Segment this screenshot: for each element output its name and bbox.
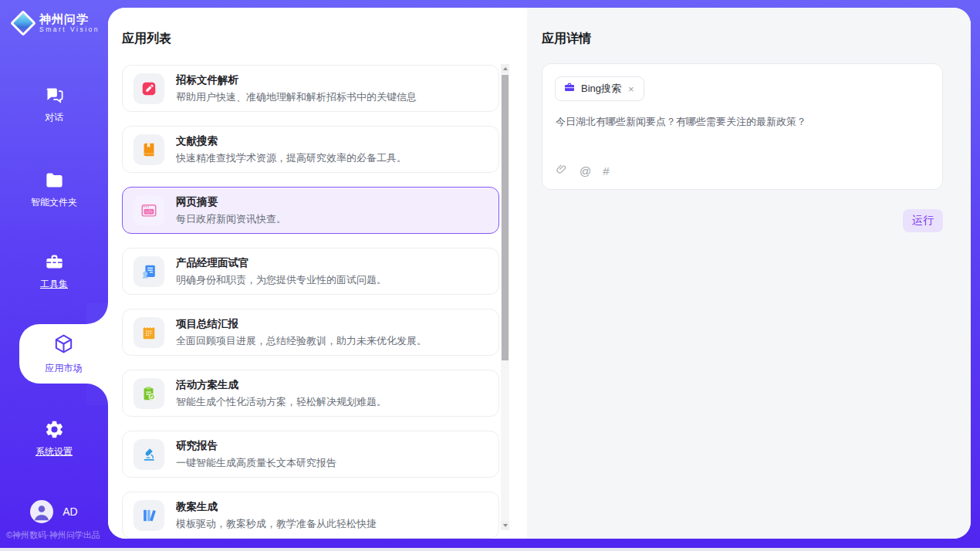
app-list-scrollbar[interactable] bbox=[501, 64, 509, 530]
run-button[interactable]: 运行 bbox=[903, 209, 943, 232]
at-icon[interactable]: @ bbox=[580, 164, 591, 177]
logo-diamond-icon bbox=[10, 10, 36, 36]
sidebar-item-toolset[interactable]: 工具集 bbox=[0, 252, 108, 291]
briefcase-icon bbox=[563, 81, 576, 96]
sidebar-footer-text: ©神州数码·神州问学出品 bbox=[6, 529, 108, 541]
app-name: 项目总结汇报 bbox=[176, 317, 427, 331]
app-description: 智能生成个性化活动方案，轻松解决规划难题。 bbox=[176, 395, 387, 409]
logo-title: 神州问学 bbox=[39, 12, 100, 25]
person-icon bbox=[30, 500, 53, 523]
app-card-project-summary[interactable]: 项目总结汇报 全面回顾项目进展，总结经验教训，助力未来优化发展。 bbox=[122, 309, 499, 356]
app-description: 帮助用户快速、准确地理解和解析招标书中的关键信息 bbox=[176, 90, 417, 104]
user-account[interactable]: AD bbox=[0, 500, 108, 523]
cube-icon bbox=[52, 333, 75, 358]
sidebar-item-label: 智能文件夹 bbox=[31, 196, 77, 209]
app-card-event-plan[interactable]: 活动方案生成 智能生成个性化活动方案，轻松解决规划难题。 bbox=[122, 370, 499, 417]
edit-square-icon bbox=[133, 73, 164, 104]
microscope-icon bbox=[133, 439, 164, 470]
app-logo: 神州问学 Smart Vision bbox=[14, 12, 100, 34]
gear-icon bbox=[44, 419, 65, 440]
toolbox-icon bbox=[44, 252, 65, 272]
app-detail-panel: 应用详情 Bing搜索 × 今日湖北有哪些新闻要点？有哪些需要关注的最新政策？ bbox=[527, 8, 971, 539]
app-name: 研究报告 bbox=[176, 439, 336, 453]
prompt-card: Bing搜索 × 今日湖北有哪些新闻要点？有哪些需要关注的最新政策？ @ # bbox=[542, 63, 943, 190]
book-icon bbox=[133, 134, 164, 165]
sidebar-item-smart-folder[interactable]: 智能文件夹 bbox=[0, 170, 108, 209]
app-list-title: 应用列表 bbox=[122, 31, 171, 47]
web-code-icon: </> bbox=[133, 195, 164, 226]
paperclip-icon[interactable] bbox=[556, 163, 568, 179]
avatar bbox=[30, 500, 53, 523]
app-cards: 招标文件解析 帮助用户快速、准确地理解和解析招标书中的关键信息 文献搜索 bbox=[122, 65, 499, 539]
app-name: 教案生成 bbox=[176, 500, 377, 514]
app-card-lesson-plan[interactable]: 教案生成 模板驱动，教案秒成，教学准备从此轻松快捷 bbox=[122, 492, 499, 539]
tool-chip-bing-search[interactable]: Bing搜索 × bbox=[555, 76, 644, 101]
app-name: 活动方案生成 bbox=[176, 378, 387, 392]
scroll-up-icon[interactable] bbox=[501, 64, 509, 73]
folder-icon bbox=[44, 170, 65, 191]
app-name: 文献搜索 bbox=[176, 134, 407, 148]
sidebar-item-app-market[interactable]: 应用市场 bbox=[19, 324, 108, 384]
app-name: 产品经理面试官 bbox=[176, 256, 387, 270]
app-card-bid-parse[interactable]: 招标文件解析 帮助用户快速、准确地理解和解析招标书中的关键信息 bbox=[122, 65, 499, 112]
app-name: 网页摘要 bbox=[176, 195, 286, 209]
clipboard-check-icon bbox=[133, 378, 164, 409]
composer-toolbar: @ # bbox=[556, 163, 610, 179]
app-description: 模板驱动，教案秒成，教学准备从此轻松快捷 bbox=[176, 517, 377, 531]
app-card-web-summary[interactable]: </> 网页摘要 每日政府新闻资讯快查。 bbox=[122, 187, 499, 234]
main-content: 应用列表 招标文件解析 帮助用户快速、准确地理解和解析招标书中的关键信息 bbox=[108, 8, 971, 539]
tool-chip-label: Bing搜索 bbox=[581, 82, 621, 96]
chat-icon bbox=[44, 85, 65, 106]
logo-subtitle: Smart Vision bbox=[39, 25, 100, 34]
app-description: 快速精准查找学术资源，提高研究效率的必备工具。 bbox=[176, 151, 407, 165]
interview-doc-icon bbox=[133, 256, 164, 287]
user-name: AD bbox=[63, 505, 77, 518]
sidebar-item-settings[interactable]: 系统设置 bbox=[0, 419, 108, 458]
app-card-literature-search[interactable]: 文献搜索 快速精准查找学术资源，提高研究效率的必备工具。 bbox=[122, 126, 499, 173]
svg-text:</>: </> bbox=[145, 209, 152, 214]
bubble-fillet-bottom bbox=[86, 384, 108, 405]
app-card-pm-interviewer[interactable]: 产品经理面试官 明确身份和职责，为您提供专业性的面试问题。 bbox=[122, 248, 499, 295]
sidebar-item-label: 工具集 bbox=[40, 278, 68, 291]
sidebar: 神州问学 Smart Vision 对话 智能文件夹 bbox=[0, 0, 108, 548]
query-text-input[interactable]: 今日湖北有哪些新闻要点？有哪些需要关注的最新政策？ bbox=[556, 115, 930, 129]
app-card-research-report[interactable]: 研究报告 一键智能生成高质量长文本研究报告 bbox=[122, 431, 499, 478]
bubble-fillet-top bbox=[86, 303, 108, 324]
sidebar-item-chat[interactable]: 对话 bbox=[0, 85, 108, 124]
app-detail-title: 应用详情 bbox=[542, 31, 591, 47]
sidebar-item-label: 系统设置 bbox=[35, 445, 73, 458]
app-description: 每日政府新闻资讯快查。 bbox=[176, 212, 286, 226]
notepad-icon bbox=[133, 317, 164, 348]
app-description: 明确身份和职责，为您提供专业性的面试问题。 bbox=[176, 273, 387, 287]
scroll-down-icon[interactable] bbox=[501, 521, 509, 530]
app-name: 招标文件解析 bbox=[176, 73, 417, 87]
app-window: 神州问学 Smart Vision 对话 智能文件夹 bbox=[0, 0, 980, 551]
app-description: 全面回顾项目进展，总结经验教训，助力未来优化发展。 bbox=[176, 334, 427, 348]
sidebar-item-label: 应用市场 bbox=[46, 362, 83, 375]
close-icon[interactable]: × bbox=[627, 83, 636, 96]
books-icon bbox=[133, 500, 164, 531]
sidebar-item-label: 对话 bbox=[45, 111, 63, 124]
app-list-panel: 应用列表 招标文件解析 帮助用户快速、准确地理解和解析招标书中的关键信息 bbox=[108, 8, 527, 539]
hash-icon[interactable]: # bbox=[603, 164, 609, 177]
scrollbar-thumb[interactable] bbox=[502, 75, 509, 360]
app-description: 一键智能生成高质量长文本研究报告 bbox=[176, 456, 336, 470]
